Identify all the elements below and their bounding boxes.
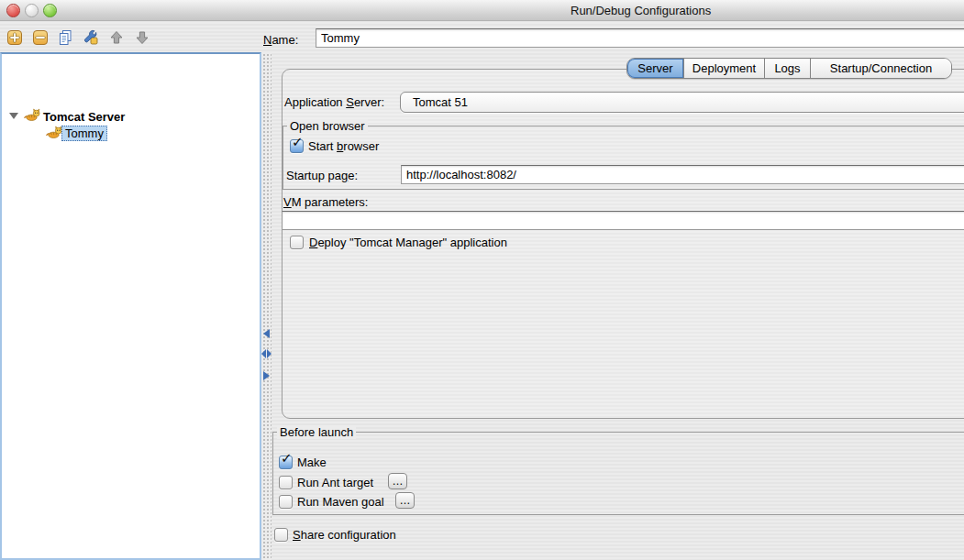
deploy-tomcat-manager-checkbox[interactable]: [290, 236, 304, 249]
vm-parameters-label: VM parameters:: [283, 195, 368, 209]
tree-item-tomcat-server[interactable]: Tomcat Server: [43, 110, 125, 124]
window-title: Run/Debug Configurations: [571, 4, 711, 17]
make-label: Make: [297, 456, 327, 469]
collapse-left-icon[interactable]: [263, 329, 270, 338]
name-label: Name:: [263, 33, 298, 47]
remove-configuration-button[interactable]: [32, 29, 49, 46]
arrow-up-icon: [108, 29, 125, 46]
run-maven-goal-label: Run Maven goal: [297, 495, 384, 509]
vm-parameters-input[interactable]: [282, 211, 964, 230]
copy-configuration-button[interactable]: [57, 29, 73, 46]
close-window-button[interactable]: [6, 4, 20, 17]
resize-handle-icon[interactable]: [261, 349, 271, 358]
wrench-icon: [83, 29, 99, 46]
minimize-window-button[interactable]: [25, 4, 39, 17]
run-ant-target-checkbox[interactable]: [279, 476, 293, 489]
tab-deployment[interactable]: Deployment: [683, 59, 764, 78]
copy-icon: [57, 29, 73, 46]
arrow-down-icon: [134, 29, 150, 46]
application-server-label: Application Server:: [284, 95, 384, 109]
tomcat-icon: [46, 126, 62, 139]
startup-page-label: Startup page:: [286, 169, 358, 182]
start-browser-checkbox[interactable]: [290, 139, 304, 153]
tab-logs[interactable]: Logs: [764, 59, 810, 78]
splitter[interactable]: [261, 52, 271, 560]
startup-page-input[interactable]: [401, 165, 964, 184]
tree-expand-toggle[interactable]: [9, 113, 18, 119]
run-debug-configurations-dialog: Run/Debug Configurations: [0, 0, 964, 560]
tree-item-tommy[interactable]: Tommy: [61, 126, 107, 141]
expand-right-icon[interactable]: [263, 371, 270, 380]
move-up-button[interactable]: [108, 29, 125, 46]
deploy-tomcat-manager-label: Deploy "Tomcat Manager" application: [309, 236, 507, 249]
add-configuration-button[interactable]: [6, 29, 23, 46]
application-server-combobox[interactable]: Tomcat 51: [400, 92, 964, 113]
open-browser-group-title: Open browser: [287, 119, 368, 133]
tab-startup-connection[interactable]: Startup/Connection: [810, 59, 951, 78]
share-configuration-checkbox[interactable]: [274, 528, 288, 542]
maven-browse-button[interactable]: …: [395, 492, 415, 509]
title-bar: Run/Debug Configurations: [0, 0, 964, 21]
run-maven-goal-checkbox[interactable]: [279, 495, 293, 509]
tomcat-icon: [24, 108, 40, 122]
ant-browse-button[interactable]: …: [388, 473, 407, 489]
make-checkbox[interactable]: [279, 456, 293, 469]
remove-icon: [32, 29, 49, 46]
move-down-button[interactable]: [134, 29, 150, 46]
name-input[interactable]: [316, 28, 964, 48]
start-browser-label: Start browser: [308, 139, 379, 153]
before-launch-group-title: Before launch: [277, 425, 356, 439]
tab-server[interactable]: Server: [627, 59, 683, 78]
run-ant-target-label: Run Ant target: [297, 476, 373, 489]
share-configuration-label: Share configuration: [293, 528, 396, 542]
zoom-window-button[interactable]: [43, 4, 57, 17]
add-icon: [6, 29, 23, 46]
configurations-tree[interactable]: Tomcat Server Tommy: [0, 52, 261, 560]
edit-defaults-button[interactable]: [83, 29, 99, 46]
tab-strip: Server Deployment Logs Startup/Connectio…: [626, 58, 952, 79]
